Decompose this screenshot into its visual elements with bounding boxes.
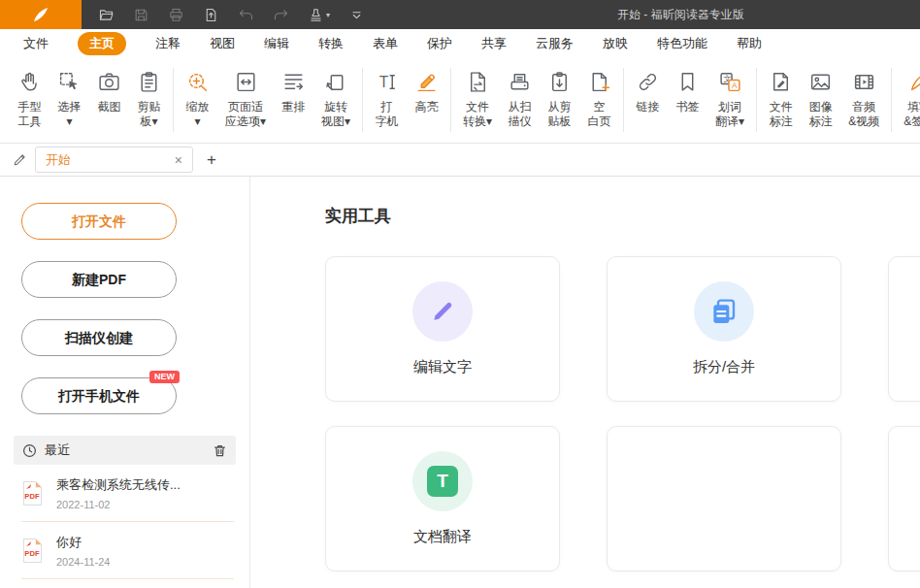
tool-card-edit-text[interactable]: 编辑文字 xyxy=(325,256,560,402)
menu-item-comment[interactable]: 注释 xyxy=(155,35,181,52)
edit-text-icon xyxy=(412,281,473,342)
menu-item-file[interactable]: 文件 xyxy=(23,35,49,52)
collapse-ribbon-icon[interactable] xyxy=(348,7,365,23)
tab-label: 开始 xyxy=(46,151,175,169)
file-date: 2024-11-24 xyxy=(56,556,110,568)
tool-card-partial[interactable] xyxy=(607,426,841,572)
tool-card-split-merge[interactable]: 拆分/合并 xyxy=(607,256,841,402)
menu-item-features[interactable]: 特色功能 xyxy=(657,35,707,52)
translate-icon: 文A xyxy=(718,66,742,97)
translate-doc-icon: T xyxy=(412,451,473,511)
page-fit-icon xyxy=(234,66,258,97)
ribbon-tool-typewriter[interactable]: T 打字机 xyxy=(367,65,407,130)
section-title: 实用工具 xyxy=(325,205,920,227)
image-annotation-icon xyxy=(808,66,833,97)
file-name: 乘客检测系统无线传... xyxy=(56,476,181,494)
ribbon-tool-clipboard[interactable]: 剪贴板▾ xyxy=(129,65,169,130)
export-icon[interactable] xyxy=(203,7,219,23)
open-folder-icon[interactable] xyxy=(98,7,115,23)
ribbon-tool-fill-sign[interactable]: 填写&签名 xyxy=(896,65,920,130)
tool-card-pdf-to-word[interactable]: W PDF转Word xyxy=(888,256,920,402)
typewriter-icon: T xyxy=(375,66,399,97)
document-tab-bar: 开始 × + xyxy=(0,144,920,177)
menu-item-slideshow[interactable]: 放映 xyxy=(603,35,628,52)
window-title: 开始 - 福昕阅读器专业版 xyxy=(617,0,744,29)
file-annotation-icon xyxy=(769,66,793,97)
menu-item-share[interactable]: 共享 xyxy=(481,35,507,52)
foxit-logo[interactable] xyxy=(0,0,82,29)
bookmark-icon xyxy=(675,66,700,97)
new-pdf-button[interactable]: 新建PDF xyxy=(21,261,177,298)
ribbon-tool-image-annotation[interactable]: 图像标注 xyxy=(801,65,840,130)
ribbon-tool-file-convert[interactable]: 文件转换▾ xyxy=(455,65,500,130)
pencil-icon[interactable] xyxy=(8,148,31,172)
select-icon xyxy=(57,66,82,97)
highlighter-icon xyxy=(414,66,439,97)
ribbon-tool-snapshot[interactable]: 截图 xyxy=(89,65,129,115)
trash-icon xyxy=(213,443,227,458)
sidebar: 打开文件 新建PDF 扫描仪创建 打开手机文件 NEW 最近 PDF 乘客检测系… xyxy=(0,177,250,588)
split-merge-icon xyxy=(694,281,754,342)
link-icon xyxy=(636,66,660,97)
recent-section-header: 最近 xyxy=(14,436,236,465)
ribbon-tool-page-fit[interactable]: 页面适应选项▾ xyxy=(217,65,274,130)
ribbon-tool-zoom[interactable]: 缩放▾ xyxy=(178,65,217,130)
clock-icon xyxy=(22,443,37,458)
menu-item-convert[interactable]: 转换 xyxy=(318,35,344,52)
stamp-icon[interactable]: ▾ xyxy=(308,7,330,23)
menu-bar: 文件 主页 注释 视图 编辑 转换 表单 保护 共享 云服务 放映 特色功能 帮… xyxy=(0,29,920,58)
ribbon-toolbar: 手型工具 选择▾ 截图 剪贴板▾ 缩放▾ 页面适应选项▾ 重排 旋转视图▾ T … xyxy=(0,58,920,144)
close-tab-icon[interactable]: × xyxy=(175,153,182,167)
pdf-file-icon: PDF xyxy=(21,480,44,506)
scanner-create-button[interactable]: 扫描仪创建 xyxy=(21,319,177,356)
redo-icon[interactable] xyxy=(273,7,289,23)
ribbon-tool-audio-video[interactable]: 音频&视频 xyxy=(840,65,887,130)
open-mobile-file-button[interactable]: 打开手机文件 NEW xyxy=(21,377,177,414)
dropdown-caret-icon: ▾ xyxy=(326,11,330,19)
recent-file-item[interactable]: PDF 你好 2024-11-24 xyxy=(21,522,234,579)
menu-item-view[interactable]: 视图 xyxy=(210,35,235,52)
ribbon-tool-bookmark[interactable]: 书签 xyxy=(668,65,707,115)
clear-recent-button[interactable] xyxy=(213,443,227,458)
titlebar: ▾ 开始 - 福昕阅读器专业版 xyxy=(0,0,920,29)
ribbon-tool-file-annotation[interactable]: 文件标注 xyxy=(761,65,801,130)
ribbon-tool-from-scanner[interactable]: 从扫描仪 xyxy=(500,65,540,130)
new-tab-button[interactable]: + xyxy=(207,150,216,170)
ribbon-tool-highlight[interactable]: 高亮 xyxy=(407,65,446,115)
menu-item-protect[interactable]: 保护 xyxy=(427,35,452,52)
scanner-icon xyxy=(508,66,532,97)
card-label: 拆分/合并 xyxy=(693,358,755,376)
undo-icon[interactable] xyxy=(238,7,254,23)
menu-item-form[interactable]: 表单 xyxy=(373,35,398,52)
ribbon-tool-link[interactable]: 链接 xyxy=(628,65,668,115)
open-file-button[interactable]: 打开文件 xyxy=(21,203,177,240)
new-badge: NEW xyxy=(149,371,180,383)
tool-card-partial[interactable] xyxy=(888,426,920,572)
ribbon-separator xyxy=(756,68,757,132)
save-icon[interactable] xyxy=(133,7,149,23)
recent-file-item[interactable]: PDF 乘客检测系统无线传... 2022-11-02 xyxy=(21,465,234,522)
ribbon-tool-translate[interactable]: 文A 划词翻译▾ xyxy=(707,65,752,130)
ribbon-tool-hand[interactable]: 手型工具 xyxy=(10,65,49,130)
ribbon-tool-blank-page[interactable]: 空白页 xyxy=(579,65,619,130)
ribbon-separator xyxy=(891,68,892,132)
tab-start[interactable]: 开始 × xyxy=(35,147,193,173)
menu-item-help[interactable]: 帮助 xyxy=(737,35,762,52)
menu-item-edit[interactable]: 编辑 xyxy=(264,35,289,52)
tool-cards-grid: 编辑文字 拆分/合并 W PDF转Word T 文档翻译 xyxy=(325,256,920,572)
ribbon-tool-rotate-view[interactable]: 旋转视图▾ xyxy=(313,65,358,130)
pdf-file-icon: PDF xyxy=(21,538,44,564)
ribbon-tool-select[interactable]: 选择▾ xyxy=(49,65,89,130)
tool-card-doc-translate[interactable]: T 文档翻译 xyxy=(325,426,560,572)
hand-icon xyxy=(17,66,42,97)
svg-text:PDF: PDF xyxy=(24,492,40,501)
camera-icon xyxy=(97,66,121,97)
fill-sign-icon xyxy=(907,66,920,97)
ribbon-tool-from-clipboard[interactable]: 从剪贴板 xyxy=(540,65,579,130)
menu-item-home[interactable]: 主页 xyxy=(78,32,126,55)
card-label: 编辑文字 xyxy=(413,358,472,376)
print-icon[interactable] xyxy=(168,7,184,23)
ribbon-tool-reflow[interactable]: 重排 xyxy=(274,65,313,115)
reflow-icon xyxy=(281,66,306,97)
menu-item-cloud[interactable]: 云服务 xyxy=(536,35,574,52)
